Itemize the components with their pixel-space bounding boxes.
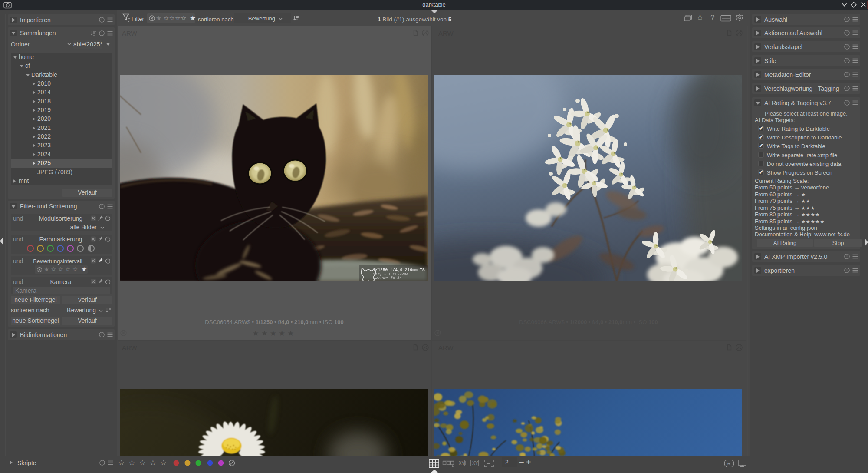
svg-text:1/1250 f/4,0 210mm IS: 1/1250 f/4,0 210mm IS bbox=[373, 268, 425, 272]
svg-text:e: e bbox=[727, 461, 730, 466]
svg-text:XY: XY bbox=[459, 461, 465, 466]
svg-text:XY: XY bbox=[472, 461, 478, 466]
svg-text:www.net-fx.de: www.net-fx.de bbox=[373, 276, 401, 281]
